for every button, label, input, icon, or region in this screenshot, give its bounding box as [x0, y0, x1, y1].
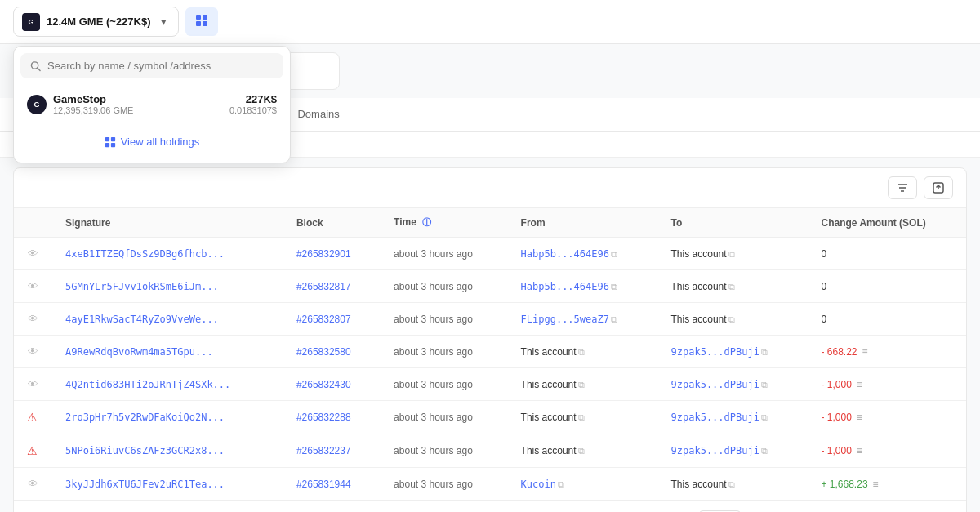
signature-link[interactable]: 2ro3pHr7h5v2RwDFaKoiQo2N... — [65, 412, 225, 423]
from-copy-button[interactable]: ⧉ — [556, 479, 566, 490]
eye-icon[interactable]: 👁 — [28, 247, 38, 260]
to-link[interactable]: 9zpak5...dPBuji — [671, 412, 760, 423]
row-change: - 1,000≡ — [808, 368, 967, 401]
block-link[interactable]: #265832807 — [296, 314, 351, 325]
col-time: Time ⓘ — [381, 208, 507, 238]
from-copy-button[interactable]: ⧉ — [609, 249, 619, 260]
to-copy-button[interactable]: ⧉ — [727, 249, 737, 260]
token-selector[interactable]: G 12.4M GME (~227K$) ▾ — [13, 7, 179, 37]
from-link[interactable]: Kucoin — [521, 479, 556, 490]
signature-link[interactable]: 3kyJJdh6xTU6JFev2uRC1Tea... — [65, 479, 225, 490]
row-eye-cell: 👁 — [14, 270, 52, 303]
table-row: ⚠5NPoi6RiuvC6sZAFz3GCR2x8...#265832237ab… — [14, 434, 966, 468]
tab-domains[interactable]: Domains — [284, 98, 352, 131]
search-input[interactable] — [47, 60, 274, 72]
block-link[interactable]: #265832430 — [296, 379, 351, 390]
eye-icon[interactable]: 👁 — [28, 378, 38, 390]
table-row: 👁4ayE1RkwSacT4RyZo9VveWe...#265832807abo… — [14, 303, 966, 336]
result-token-amount: 12,395,319.06 GME — [53, 105, 133, 115]
eye-icon[interactable]: 👁 — [28, 280, 38, 292]
eye-icon[interactable]: 👁 — [28, 345, 38, 358]
svg-rect-7 — [111, 136, 115, 140]
row-time: about 3 hours ago — [381, 368, 507, 401]
signature-link[interactable]: 4ayE1RkwSacT4RyZo9VveWe... — [65, 314, 219, 325]
from-copy-button[interactable]: ⧉ — [609, 282, 619, 292]
block-link[interactable]: #265831944 — [296, 479, 351, 490]
row-eye-cell: ⚠ — [14, 401, 52, 434]
signature-link[interactable]: 5GMnYLr5FJvv1okRSmE6iJm... — [65, 281, 219, 292]
grid-icon — [105, 136, 116, 148]
row-to: 9zpak5...dPBuji⧉ — [658, 368, 808, 401]
block-link[interactable]: #265832580 — [296, 346, 351, 358]
token-dropdown-button[interactable]: ▾ — [158, 12, 170, 31]
to-link[interactable]: 9zpak5...dPBuji — [671, 445, 760, 456]
svg-rect-0 — [196, 15, 201, 20]
row-signature: 5NPoi6RiuvC6sZAFz3GCR2x8... — [52, 434, 283, 468]
signature-link[interactable]: 5NPoi6RiuvC6sZAFz3GCR2x8... — [65, 445, 225, 456]
from-link[interactable]: FLipgg...5weaZ7 — [521, 314, 609, 325]
to-copy-button[interactable]: ⧉ — [760, 412, 769, 423]
export-button[interactable] — [924, 176, 953, 199]
row-eye-cell: 👁 — [14, 238, 52, 270]
signature-link[interactable]: 4xeB1ITZEQfDsSz9DBg6fhcb... — [65, 248, 225, 260]
eye-icon[interactable]: 👁 — [28, 313, 38, 325]
row-time: about 3 hours ago — [381, 303, 507, 336]
to-link[interactable]: 9zpak5...dPBuji — [671, 379, 760, 390]
signature-link[interactable]: A9RewRdqBvoRwm4ma5TGpu... — [65, 346, 213, 358]
search-input-wrap — [20, 53, 283, 78]
warning-icon: ⚠ — [27, 444, 38, 457]
to-copy-button[interactable]: ⧉ — [760, 380, 769, 390]
table-row: ⚠2ro3pHr7h5v2RwDFaKoiQo2N...#265832288ab… — [14, 401, 966, 434]
filter-button[interactable] — [888, 176, 917, 199]
row-to: 9zpak5...dPBuji⧉ — [658, 434, 808, 468]
search-icon — [30, 60, 41, 72]
top-bar: G 12.4M GME (~227K$) ▾ G GameStop — [0, 0, 980, 44]
row-eye-cell: 👁 — [14, 303, 52, 336]
eye-icon[interactable]: 👁 — [28, 478, 38, 490]
to-copy-button[interactable]: ⧉ — [760, 446, 769, 456]
to-link[interactable]: 9zpak5...dPBuji — [671, 346, 760, 358]
from-copy-button[interactable]: ⧉ — [577, 380, 586, 390]
block-link[interactable]: #265832288 — [296, 412, 351, 423]
row-to: This account⧉ — [658, 270, 808, 303]
export-icon — [933, 182, 944, 194]
change-amount: + 1,668.23 — [822, 479, 868, 490]
row-change: 0 — [808, 303, 967, 336]
row-block: #265832237 — [283, 434, 381, 468]
to-copy-button[interactable]: ⧉ — [727, 282, 737, 292]
row-change: - 1,000≡ — [808, 434, 967, 468]
view-all-holdings-link[interactable]: View all holdings — [20, 127, 283, 156]
from-link[interactable]: Habp5b...464E96 — [521, 281, 609, 292]
row-signature: 3kyJJdh6xTU6JFev2uRC1Tea... — [52, 468, 283, 501]
from-link[interactable]: Habp5b...464E96 — [521, 248, 609, 260]
from-copy-button[interactable]: ⧉ — [577, 446, 586, 456]
to-copy-button[interactable]: ⧉ — [760, 347, 769, 358]
row-change: 0 — [808, 238, 967, 270]
from-copy-button[interactable]: ⧉ — [577, 412, 586, 423]
row-change: - 1,000≡ — [808, 401, 967, 434]
from-copy-button[interactable]: ⧉ — [609, 314, 619, 325]
table-row: 👁A9RewRdqBvoRwm4ma5TGpu...#265832580abou… — [14, 336, 966, 368]
block-link[interactable]: #265832901 — [296, 248, 351, 260]
from-copy-button[interactable]: ⧉ — [577, 347, 586, 358]
grid-view-button[interactable] — [185, 7, 218, 36]
block-link[interactable]: #265832817 — [296, 281, 351, 292]
svg-rect-8 — [105, 142, 109, 146]
row-from: Kucoin⧉ — [508, 468, 658, 501]
to-copy-button[interactable]: ⧉ — [727, 314, 737, 325]
from-this-account: This account — [521, 379, 577, 390]
svg-line-5 — [38, 68, 40, 70]
table-row: 👁4Q2ntid683HTi2oJRnTjZ4SXk...#265832430a… — [14, 368, 966, 401]
search-result-item[interactable]: G GameStop 12,395,319.06 GME 227K$ 0.018… — [20, 85, 283, 123]
block-link[interactable]: #265832237 — [296, 445, 351, 456]
change-menu-icon: ≡ — [857, 445, 862, 456]
change-amount: - 1,000 — [822, 445, 852, 456]
col-signature: Signature — [52, 208, 283, 238]
signature-link[interactable]: 4Q2ntid683HTi2oJRnTjZ4SXk... — [65, 379, 230, 390]
time-info-icon: ⓘ — [422, 217, 431, 227]
table-row: 👁3kyJJdh6xTU6JFev2uRC1Tea...#265831944ab… — [14, 468, 966, 501]
row-block: #265831944 — [283, 468, 381, 501]
to-copy-button[interactable]: ⧉ — [727, 479, 737, 490]
row-change: + 1,668.23≡ — [808, 468, 967, 501]
row-to: 9zpak5...dPBuji⧉ — [658, 336, 808, 368]
